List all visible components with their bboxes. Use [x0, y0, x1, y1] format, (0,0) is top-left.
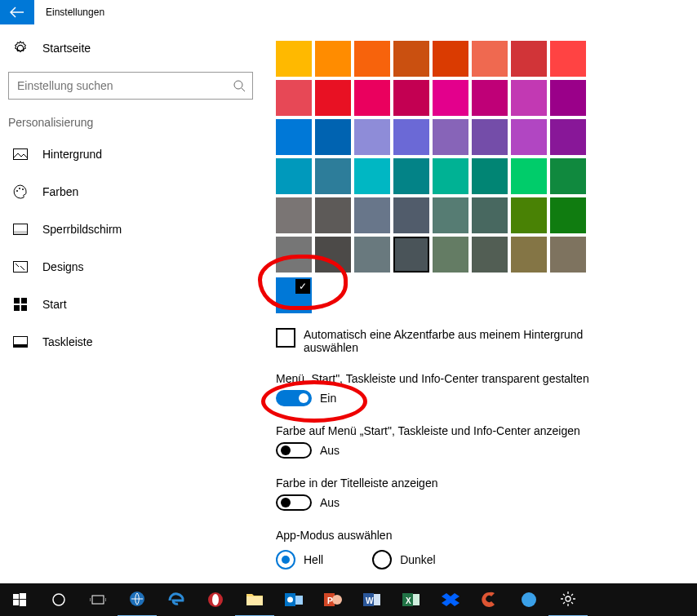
color-swatch[interactable]: [472, 119, 508, 155]
color-swatch[interactable]: [472, 158, 508, 194]
taskview-button[interactable]: [78, 583, 118, 616]
search-input[interactable]: [16, 78, 233, 93]
titlebar-color-state: Aus: [320, 496, 340, 509]
taskbar-app-settings[interactable]: [548, 583, 588, 616]
svg-rect-11: [21, 305, 27, 311]
color-swatch[interactable]: [276, 80, 312, 116]
color-swatch[interactable]: [354, 237, 390, 273]
svg-point-22: [212, 594, 219, 605]
sidebar-item-background[interactable]: Hintergrund: [0, 135, 261, 173]
svg-rect-25: [295, 596, 303, 605]
cortana-button[interactable]: [39, 583, 78, 616]
taskbar-app-browser[interactable]: [509, 583, 548, 616]
svg-rect-15: [20, 593, 26, 599]
color-swatch[interactable]: [276, 237, 312, 273]
color-swatch[interactable]: [511, 158, 547, 194]
sidebar-item-themes[interactable]: Designs: [0, 248, 261, 286]
color-swatch[interactable]: [511, 119, 547, 155]
taskbar-app-outlook[interactable]: [274, 583, 313, 616]
taskbar-app-ie[interactable]: [118, 583, 157, 616]
taskbar-app-dropbox[interactable]: [431, 583, 470, 616]
color-swatch[interactable]: [550, 237, 586, 273]
taskbar-app-excel[interactable]: X: [392, 583, 431, 616]
svg-point-4: [22, 188, 24, 190]
color-swatch[interactable]: [315, 158, 351, 194]
sidebar-item-taskbar[interactable]: Taskleiste: [0, 323, 261, 361]
sidebar-item-label: Taskleiste: [42, 335, 92, 348]
color-swatch[interactable]: [393, 158, 429, 194]
taskbar-app-explorer[interactable]: [235, 583, 274, 616]
color-swatch[interactable]: [511, 197, 547, 233]
color-swatch[interactable]: [354, 41, 390, 77]
search-box[interactable]: [8, 72, 253, 100]
taskbar-app-word[interactable]: W: [353, 583, 392, 616]
color-swatch[interactable]: [354, 197, 390, 233]
color-swatch[interactable]: [315, 41, 351, 77]
color-swatch[interactable]: [276, 158, 312, 194]
custom-color-swatch[interactable]: ✓: [276, 277, 312, 313]
check-icon: ✓: [295, 279, 310, 294]
picture-icon: [13, 147, 28, 162]
sidebar-item-colors[interactable]: Farben: [0, 173, 261, 211]
color-swatch[interactable]: [393, 237, 429, 273]
color-swatch[interactable]: [472, 41, 508, 77]
taskbar-app-ccleaner[interactable]: [470, 583, 509, 616]
titlebar-color-toggle[interactable]: [276, 494, 312, 511]
start-button[interactable]: [0, 583, 39, 616]
svg-rect-19: [92, 596, 104, 604]
auto-accent-checkbox[interactable]: [276, 328, 295, 348]
svg-text:W: W: [366, 596, 374, 605]
color-swatch[interactable]: [511, 237, 547, 273]
color-swatch[interactable]: [511, 41, 547, 77]
color-swatch[interactable]: [315, 197, 351, 233]
sidebar-item-start[interactable]: Start: [0, 286, 261, 323]
app-mode-light-radio[interactable]: Hell: [276, 550, 323, 569]
color-swatch[interactable]: [433, 197, 468, 233]
show-color-toggle[interactable]: [276, 442, 312, 459]
back-button[interactable]: [0, 0, 34, 24]
color-swatch[interactable]: [550, 119, 586, 155]
color-swatch[interactable]: [472, 237, 508, 273]
start-icon: [13, 297, 28, 312]
color-swatch[interactable]: [276, 119, 312, 155]
color-swatch[interactable]: [315, 119, 351, 155]
taskbar-app-opera[interactable]: [196, 583, 235, 616]
sidebar-item-lockscreen[interactable]: Sperrbildschirm: [0, 211, 261, 248]
color-swatch[interactable]: [315, 80, 351, 116]
color-swatch[interactable]: [393, 80, 429, 116]
window-title: Einstellungen: [34, 7, 104, 18]
color-swatch[interactable]: [354, 158, 390, 194]
color-swatch[interactable]: [433, 158, 468, 194]
color-swatch[interactable]: [550, 197, 586, 233]
color-swatch[interactable]: [393, 119, 429, 155]
themes-icon: [13, 259, 28, 274]
taskbar-app-edge[interactable]: [157, 583, 196, 616]
taskbar-app-powerpoint[interactable]: P: [313, 583, 353, 616]
color-swatch[interactable]: [354, 119, 390, 155]
color-swatch[interactable]: [315, 237, 351, 273]
color-swatch[interactable]: [433, 119, 468, 155]
color-swatch[interactable]: [276, 197, 312, 233]
home-link[interactable]: Startseite: [0, 33, 261, 64]
app-mode-dark-radio[interactable]: Dunkel: [372, 550, 436, 569]
color-swatch[interactable]: [354, 80, 390, 116]
home-label: Startseite: [42, 42, 91, 55]
color-swatch[interactable]: [393, 197, 429, 233]
show-color-state: Aus: [320, 444, 340, 457]
color-swatch[interactable]: [472, 197, 508, 233]
color-swatch[interactable]: [276, 41, 312, 77]
color-swatch[interactable]: [550, 41, 586, 77]
color-swatch[interactable]: [433, 237, 468, 273]
transparency-toggle[interactable]: [276, 390, 312, 406]
color-swatch[interactable]: [550, 158, 586, 194]
color-swatch[interactable]: [433, 41, 468, 77]
color-swatch[interactable]: [511, 80, 547, 116]
color-swatch[interactable]: [433, 80, 468, 116]
color-swatch[interactable]: [472, 80, 508, 116]
color-swatch[interactable]: [550, 80, 586, 116]
color-grid: [276, 41, 673, 273]
color-swatch[interactable]: [393, 41, 429, 77]
sidebar: Startseite Personalisierung Hintergrund …: [0, 24, 261, 583]
taskbar[interactable]: P W X: [0, 583, 697, 616]
palette-icon: [13, 184, 28, 199]
